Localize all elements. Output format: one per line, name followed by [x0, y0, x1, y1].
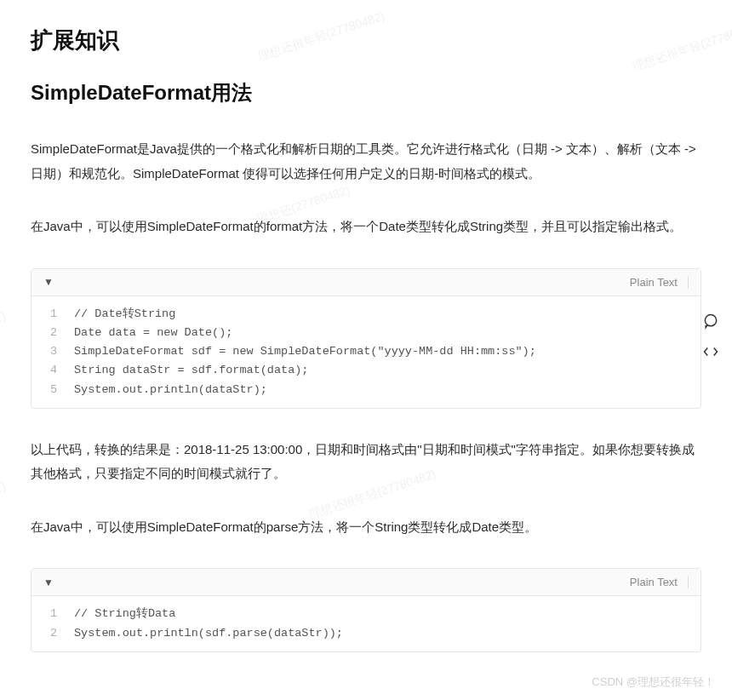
- code-line: 3SimpleDateFormat sdf = new SimpleDateFo…: [31, 342, 701, 361]
- code-header: ▼ Plain Text: [31, 269, 701, 296]
- line-number: 3: [31, 342, 74, 361]
- article-content: 扩展知识 SimpleDateFormat用法 SimpleDateFormat…: [0, 0, 732, 698]
- code-block: ▼ Plain Text 1// String转Data 2System.out…: [31, 568, 701, 652]
- code-text: // String转Data: [74, 605, 175, 623]
- code-text: // Date转String: [74, 305, 175, 324]
- comment-icon[interactable]: [701, 312, 720, 330]
- code-text: System.out.println(dataStr);: [74, 381, 267, 399]
- heading-main: 扩展知识: [31, 26, 701, 55]
- code-line: 1// Date转String: [31, 305, 701, 324]
- code-text: String dataStr = sdf.format(data);: [74, 361, 308, 380]
- line-number: 2: [31, 324, 74, 342]
- right-toolbar: [701, 312, 720, 361]
- line-number: 5: [31, 381, 74, 399]
- line-number: 2: [31, 624, 74, 643]
- paragraph: 在Java中，可以使用SimpleDateFormat的format方法，将一个…: [31, 215, 701, 239]
- line-number: 1: [31, 605, 74, 623]
- line-number: 1: [31, 305, 74, 324]
- paragraph: SimpleDateFormat是Java提供的一个格式化和解析日期的工具类。它…: [31, 137, 701, 186]
- code-body: 1// Date转String 2Date data = new Date();…: [31, 296, 701, 408]
- code-line: 5System.out.println(dataStr);: [31, 381, 701, 399]
- code-line: 4String dataStr = sdf.format(data);: [31, 361, 701, 380]
- code-line: 1// String转Data: [31, 605, 701, 623]
- paragraph: 在Java中，可以使用SimpleDateFormat的parse方法，将一个S…: [31, 515, 701, 540]
- collapse-icon[interactable]: ▼: [43, 577, 54, 588]
- expand-icon[interactable]: [701, 342, 720, 361]
- paragraph: 以上代码，转换的结果是：2018-11-25 13:00:00，日期和时间格式由…: [31, 438, 701, 486]
- footer-watermark: CSDN @理想还很年轻！: [592, 674, 715, 690]
- code-text: System.out.println(sdf.parse(dataStr));: [74, 624, 343, 643]
- code-body: 1// String转Data 2System.out.println(sdf.…: [31, 596, 701, 651]
- code-text: Date data = new Date();: [74, 324, 232, 342]
- code-text: SimpleDateFormat sdf = new SimpleDateFor…: [74, 342, 536, 361]
- code-header: ▼ Plain Text: [31, 569, 701, 596]
- code-lang-label: Plain Text: [630, 576, 689, 588]
- code-lang-label: Plain Text: [630, 276, 689, 289]
- code-block: ▼ Plain Text 1// Date转String 2Date data …: [31, 268, 701, 409]
- line-number: 4: [31, 361, 74, 380]
- collapse-icon[interactable]: ▼: [43, 276, 54, 288]
- code-line: 2System.out.println(sdf.parse(dataStr));: [31, 624, 701, 643]
- code-line: 2Date data = new Date();: [31, 324, 701, 342]
- heading-sub: SimpleDateFormat用法: [31, 79, 701, 106]
